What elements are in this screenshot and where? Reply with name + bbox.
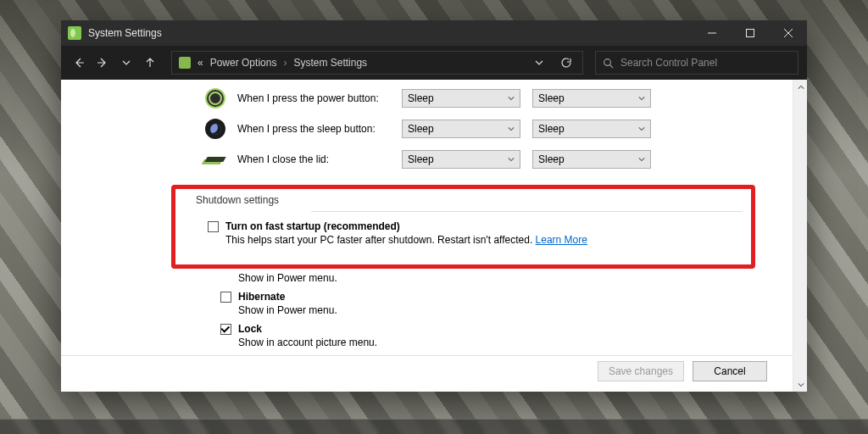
save-changes-button[interactable]: Save changes (598, 361, 684, 381)
shutdown-settings-heading: Shutdown settings (196, 194, 743, 206)
sleep-button-battery-select[interactable]: Sleep (402, 120, 520, 138)
lock-option: Lock Show in account picture menu. (220, 323, 755, 348)
sleep-button-row: When I press the sleep button: Sleep Sle… (61, 114, 793, 144)
explorer-navbar: « Power Options › System Settings (61, 46, 807, 80)
lid-label: When I close the lid: (237, 153, 390, 165)
scroll-up-icon[interactable] (793, 80, 808, 94)
lock-label: Lock (238, 323, 262, 335)
dialog-footer: Save changes Cancel (61, 355, 793, 392)
fast-startup-highlight: Shutdown settings Turn on fast startup (… (171, 185, 755, 269)
svg-point-1 (604, 58, 611, 65)
sleep-option: Show in Power menu. (220, 272, 755, 284)
breadcrumb-system-settings[interactable]: System Settings (293, 57, 367, 69)
titlebar: System Settings (61, 20, 807, 46)
hibernate-option: Hibernate Show in Power menu. (220, 291, 755, 316)
desktop-dock (0, 419, 868, 434)
fast-startup-label: Turn on fast startup (recommended) (225, 220, 400, 232)
search-input[interactable] (620, 57, 791, 69)
lid-battery-select[interactable]: Sleep (402, 150, 520, 169)
refresh-button[interactable] (557, 53, 576, 72)
forward-button[interactable] (93, 53, 112, 72)
lid-plugged-select[interactable]: Sleep (532, 150, 651, 169)
scroll-down-icon[interactable] (793, 377, 808, 392)
power-button-plugged-select[interactable]: Sleep (532, 89, 651, 108)
breadcrumb-power-options[interactable]: Power Options (210, 57, 277, 69)
system-settings-window: System Settings « Power Options › System… (61, 20, 807, 392)
back-button[interactable] (70, 53, 88, 72)
fast-startup-option: Turn on fast startup (recommended) This … (208, 220, 743, 246)
svg-rect-0 (746, 30, 754, 37)
address-dropdown-button[interactable] (530, 53, 548, 72)
search-box[interactable] (595, 51, 798, 75)
close-button[interactable] (769, 20, 807, 46)
sleep-button-plugged-select[interactable]: Sleep (532, 120, 651, 138)
address-folder-icon (179, 57, 191, 69)
learn-more-link[interactable]: Learn More (536, 234, 587, 246)
power-icon (205, 88, 225, 108)
breadcrumb-separator: › (283, 57, 287, 69)
power-button-label: When I press the power button: (237, 92, 390, 104)
fast-startup-description: This helps start your PC faster after sh… (225, 234, 743, 246)
fast-startup-checkbox[interactable] (208, 221, 219, 232)
vertical-scrollbar[interactable] (793, 80, 807, 392)
hibernate-label: Hibernate (238, 291, 285, 303)
recent-locations-button[interactable] (117, 53, 136, 72)
lid-icon (205, 149, 225, 170)
up-button[interactable] (141, 53, 159, 72)
maximize-button[interactable] (731, 20, 769, 46)
power-button-row: When I press the power button: Sleep Sle… (61, 83, 793, 114)
address-bar[interactable]: « Power Options › System Settings (171, 51, 583, 75)
section-divider (311, 211, 743, 212)
lock-description: Show in account picture menu. (238, 337, 755, 348)
lid-row: When I close the lid: Sleep Sleep (61, 144, 793, 175)
search-icon (603, 58, 614, 69)
cancel-button[interactable]: Cancel (693, 361, 767, 381)
power-button-battery-select[interactable]: Sleep (402, 89, 520, 108)
hibernate-checkbox[interactable] (220, 292, 231, 303)
minimize-button[interactable] (693, 20, 731, 46)
moon-icon (205, 119, 225, 139)
sleep-button-label: When I press the sleep button: (237, 123, 390, 135)
content-pane: When I press the power button: Sleep Sle… (61, 80, 793, 392)
lock-checkbox[interactable] (220, 324, 231, 335)
sleep-option-description: Show in Power menu. (238, 272, 755, 284)
app-icon (68, 26, 81, 40)
breadcrumb: « Power Options › System Settings (198, 57, 523, 69)
breadcrumb-prefix: « (198, 57, 203, 69)
hibernate-description: Show in Power menu. (238, 304, 755, 316)
window-title: System Settings (88, 27, 162, 39)
